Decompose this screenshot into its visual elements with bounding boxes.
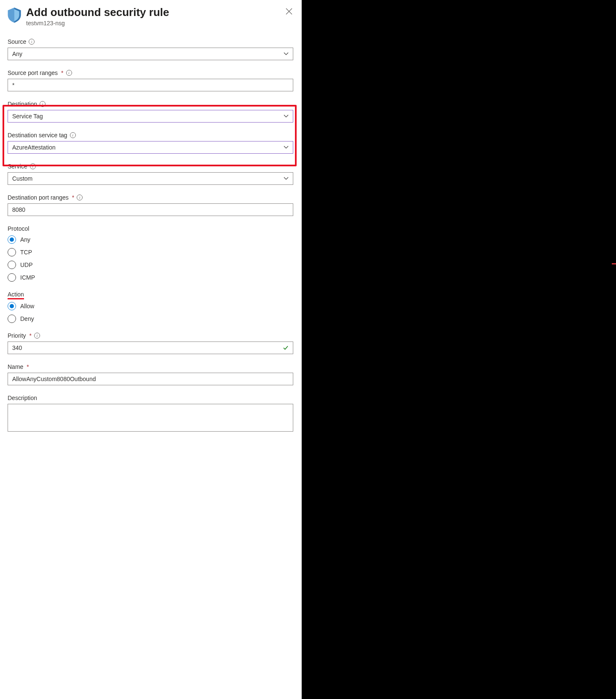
radio-label: Deny — [20, 315, 34, 322]
info-icon[interactable]: i — [30, 163, 36, 169]
chevron-down-icon — [284, 115, 289, 118]
field-source: Source i Any — [8, 38, 294, 60]
action-radio-group: Allow Deny — [8, 302, 294, 323]
protocol-radio-any[interactable]: Any — [8, 235, 294, 244]
required-indicator: * — [29, 332, 32, 339]
required-indicator: * — [27, 363, 29, 370]
annotation-mark — [612, 263, 616, 264]
service-value: Custom — [12, 175, 32, 182]
field-name: Name * — [8, 363, 294, 385]
radio-icon — [8, 235, 16, 244]
label-text: Source — [8, 38, 26, 45]
field-destination: Destination i Service Tag — [8, 101, 294, 123]
destination-service-tag-select[interactable]: AzureAttestation — [8, 141, 293, 154]
radio-icon — [8, 248, 16, 256]
radio-icon — [8, 273, 16, 282]
field-destination-port-ranges: Destination port ranges * i — [8, 194, 294, 216]
background-region — [302, 0, 616, 699]
label-text: Description — [8, 395, 37, 401]
info-icon[interactable]: i — [70, 132, 76, 138]
field-source-port-ranges: Source port ranges * i — [8, 69, 294, 91]
add-outbound-rule-panel: Add outbound security rule testvm123-nsg… — [0, 0, 302, 699]
protocol-radio-tcp[interactable]: TCP — [8, 248, 294, 256]
label-service: Service i — [8, 163, 294, 170]
checkmark-icon — [283, 345, 289, 351]
info-icon[interactable]: i — [29, 39, 35, 45]
panel-subtitle: testvm123-nsg — [26, 20, 279, 27]
service-select[interactable]: Custom — [8, 172, 293, 185]
radio-label: ICMP — [20, 274, 35, 281]
label-priority: Priority * i — [8, 332, 294, 339]
label-text: Source port ranges — [8, 69, 58, 76]
label-destination-port-ranges: Destination port ranges * i — [8, 194, 294, 201]
panel-title: Add outbound security rule — [26, 6, 279, 19]
panel-header: Add outbound security rule testvm123-nsg — [8, 6, 294, 27]
destination-value: Service Tag — [12, 113, 43, 120]
protocol-radio-group: Any TCP UDP ICMP — [8, 235, 294, 282]
title-block: Add outbound security rule testvm123-nsg — [26, 6, 279, 27]
source-value: Any — [12, 51, 22, 57]
priority-input[interactable] — [12, 344, 289, 351]
action-radio-allow[interactable]: Allow — [8, 302, 294, 310]
name-input-wrap — [8, 373, 293, 385]
radio-label: Allow — [20, 303, 34, 309]
info-icon[interactable]: i — [77, 195, 83, 200]
source-select[interactable]: Any — [8, 48, 293, 60]
source-port-ranges-input[interactable] — [12, 82, 289, 88]
source-port-ranges-input-wrap — [8, 79, 293, 91]
action-radio-deny[interactable]: Deny — [8, 315, 294, 323]
field-protocol: Protocol Any TCP UDP ICMP — [8, 225, 294, 282]
info-icon[interactable]: i — [40, 101, 46, 107]
required-indicator: * — [72, 194, 74, 201]
close-button[interactable] — [284, 6, 294, 18]
label-destination: Destination i — [8, 101, 294, 107]
info-icon[interactable]: i — [66, 70, 72, 76]
chevron-down-icon — [284, 177, 289, 180]
label-action: Action — [8, 291, 294, 299]
label-source-port-ranges: Source port ranges * i — [8, 69, 294, 76]
destination-service-tag-value: AzureAttestation — [12, 144, 56, 151]
required-indicator: * — [61, 69, 63, 76]
field-priority: Priority * i — [8, 332, 294, 354]
label-text: Destination port ranges — [8, 194, 69, 201]
destination-select[interactable]: Service Tag — [8, 110, 293, 123]
field-action: Action Allow Deny — [8, 291, 294, 323]
protocol-radio-icmp[interactable]: ICMP — [8, 273, 294, 282]
field-description: Description — [8, 395, 294, 432]
label-text: Action — [8, 291, 24, 299]
chevron-down-icon — [284, 146, 289, 149]
name-input[interactable] — [12, 376, 289, 382]
destination-port-ranges-input[interactable] — [12, 206, 289, 213]
protocol-radio-udp[interactable]: UDP — [8, 261, 294, 269]
radio-label: UDP — [20, 261, 33, 268]
chevron-down-icon — [284, 52, 289, 56]
field-destination-service-tag: Destination service tag i AzureAttestati… — [8, 132, 294, 154]
label-text: Protocol — [8, 225, 29, 232]
radio-label: TCP — [20, 249, 32, 256]
field-service: Service i Custom — [8, 163, 294, 185]
label-text: Name — [8, 363, 23, 370]
radio-icon — [8, 302, 16, 310]
label-source: Source i — [8, 38, 294, 45]
label-text: Destination service tag — [8, 132, 67, 139]
label-destination-service-tag: Destination service tag i — [8, 132, 294, 139]
radio-icon — [8, 261, 16, 269]
info-icon[interactable]: i — [34, 333, 40, 339]
description-textarea-wrap — [8, 404, 293, 432]
radio-icon — [8, 315, 16, 323]
close-icon — [286, 8, 292, 15]
radio-label: Any — [20, 236, 30, 243]
label-description: Description — [8, 395, 294, 401]
priority-input-wrap — [8, 341, 293, 354]
shield-icon — [8, 8, 21, 23]
description-textarea[interactable] — [12, 407, 289, 429]
label-text: Service — [8, 163, 27, 170]
label-text: Destination — [8, 101, 37, 107]
label-protocol: Protocol — [8, 225, 294, 232]
destination-port-ranges-input-wrap — [8, 203, 293, 216]
label-text: Priority — [8, 332, 26, 339]
label-name: Name * — [8, 363, 294, 370]
